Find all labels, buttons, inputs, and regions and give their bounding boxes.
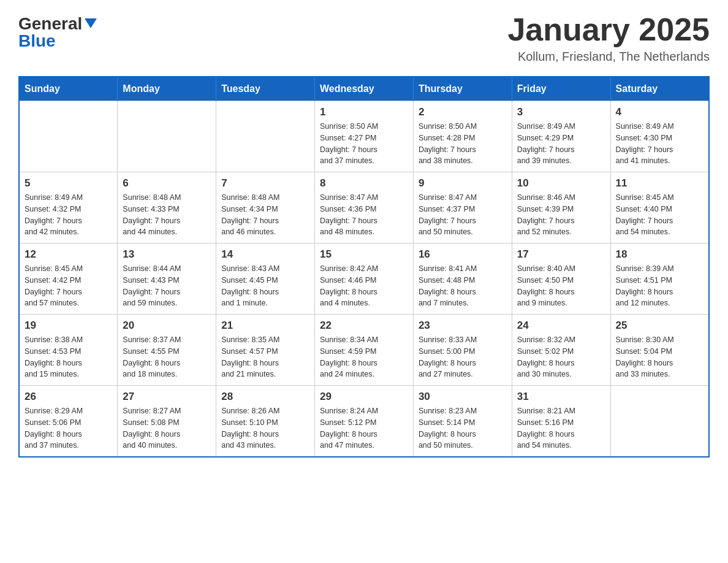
calendar-cell: 21Sunrise: 8:35 AMSunset: 4:57 PMDayligh… (216, 315, 315, 386)
day-info: Sunrise: 8:34 AMSunset: 4:59 PMDaylight:… (320, 334, 408, 380)
calendar-cell: 4Sunrise: 8:49 AMSunset: 4:30 PMDaylight… (610, 101, 709, 172)
weekday-header-thursday: Thursday (413, 77, 512, 101)
day-info: Sunrise: 8:41 AMSunset: 4:48 PMDaylight:… (419, 263, 507, 309)
day-info: Sunrise: 8:42 AMSunset: 4:46 PMDaylight:… (320, 263, 408, 309)
day-number: 22 (320, 320, 408, 332)
day-number: 26 (25, 391, 112, 403)
day-info: Sunrise: 8:35 AMSunset: 4:57 PMDaylight:… (221, 334, 309, 380)
week-row-2: 5Sunrise: 8:49 AMSunset: 4:32 PMDaylight… (19, 172, 709, 243)
calendar-cell: 16Sunrise: 8:41 AMSunset: 4:48 PMDayligh… (413, 243, 512, 315)
weekday-header-saturday: Saturday (610, 77, 709, 101)
calendar-cell: 5Sunrise: 8:49 AMSunset: 4:32 PMDaylight… (19, 172, 118, 243)
day-info: Sunrise: 8:44 AMSunset: 4:43 PMDaylight:… (123, 263, 211, 309)
calendar-cell (216, 101, 315, 172)
calendar-cell: 17Sunrise: 8:40 AMSunset: 4:50 PMDayligh… (512, 243, 610, 315)
day-info: Sunrise: 8:45 AMSunset: 4:42 PMDaylight:… (25, 263, 112, 309)
day-info: Sunrise: 8:38 AMSunset: 4:53 PMDaylight:… (25, 334, 112, 380)
day-info: Sunrise: 8:50 AMSunset: 4:27 PMDaylight:… (320, 121, 408, 167)
calendar-cell: 23Sunrise: 8:33 AMSunset: 5:00 PMDayligh… (413, 315, 512, 386)
day-info: Sunrise: 8:46 AMSunset: 4:39 PMDaylight:… (517, 192, 605, 238)
calendar-cell: 2Sunrise: 8:50 AMSunset: 4:28 PMDaylight… (413, 101, 512, 172)
calendar-cell: 7Sunrise: 8:48 AMSunset: 4:34 PMDaylight… (216, 172, 315, 243)
month-title: January 2025 (507, 12, 710, 47)
calendar-cell: 9Sunrise: 8:47 AMSunset: 4:37 PMDaylight… (413, 172, 512, 243)
day-number: 17 (517, 248, 605, 261)
day-info: Sunrise: 8:37 AMSunset: 4:55 PMDaylight:… (123, 334, 211, 380)
calendar-cell: 3Sunrise: 8:49 AMSunset: 4:29 PMDaylight… (512, 101, 610, 172)
day-number: 16 (419, 248, 507, 261)
day-number: 14 (221, 248, 309, 261)
day-number: 23 (419, 320, 507, 332)
calendar-cell: 15Sunrise: 8:42 AMSunset: 4:46 PMDayligh… (315, 243, 414, 315)
calendar-cell: 28Sunrise: 8:26 AMSunset: 5:10 PMDayligh… (216, 386, 315, 458)
logo: General Blue (18, 12, 97, 50)
logo-blue-text: Blue (18, 33, 56, 50)
day-number: 28 (221, 391, 309, 403)
calendar-cell: 10Sunrise: 8:46 AMSunset: 4:39 PMDayligh… (512, 172, 610, 243)
day-number: 15 (320, 248, 408, 261)
calendar-cell (118, 101, 216, 172)
day-number: 27 (123, 391, 211, 403)
calendar-cell: 20Sunrise: 8:37 AMSunset: 4:55 PMDayligh… (118, 315, 216, 386)
calendar-cell: 27Sunrise: 8:27 AMSunset: 5:08 PMDayligh… (118, 386, 216, 458)
calendar-cell: 18Sunrise: 8:39 AMSunset: 4:51 PMDayligh… (610, 243, 709, 315)
day-info: Sunrise: 8:49 AMSunset: 4:32 PMDaylight:… (25, 192, 112, 238)
calendar-cell (610, 386, 709, 458)
day-info: Sunrise: 8:33 AMSunset: 5:00 PMDaylight:… (419, 334, 507, 380)
logo-triangle-icon (85, 18, 97, 28)
day-info: Sunrise: 8:39 AMSunset: 4:51 PMDaylight:… (616, 263, 703, 309)
day-info: Sunrise: 8:29 AMSunset: 5:06 PMDaylight:… (25, 405, 112, 451)
title-area: January 2025 Kollum, Friesland, The Neth… (507, 12, 710, 64)
day-info: Sunrise: 8:45 AMSunset: 4:40 PMDaylight:… (616, 192, 703, 238)
calendar-cell: 1Sunrise: 8:50 AMSunset: 4:27 PMDaylight… (315, 101, 414, 172)
day-number: 4 (616, 106, 703, 118)
day-info: Sunrise: 8:32 AMSunset: 5:02 PMDaylight:… (517, 334, 605, 380)
calendar-cell: 22Sunrise: 8:34 AMSunset: 4:59 PMDayligh… (315, 315, 414, 386)
day-info: Sunrise: 8:49 AMSunset: 4:30 PMDaylight:… (616, 121, 703, 167)
day-info: Sunrise: 8:48 AMSunset: 4:33 PMDaylight:… (123, 192, 211, 238)
day-info: Sunrise: 8:47 AMSunset: 4:37 PMDaylight:… (419, 192, 507, 238)
location-text: Kollum, Friesland, The Netherlands (507, 50, 710, 64)
day-number: 19 (25, 320, 112, 332)
day-number: 12 (25, 248, 112, 261)
day-number: 5 (25, 177, 112, 190)
calendar-cell: 26Sunrise: 8:29 AMSunset: 5:06 PMDayligh… (19, 386, 118, 458)
day-number: 2 (419, 106, 507, 118)
calendar-cell: 11Sunrise: 8:45 AMSunset: 4:40 PMDayligh… (610, 172, 709, 243)
day-number: 1 (320, 106, 408, 118)
day-info: Sunrise: 8:49 AMSunset: 4:29 PMDaylight:… (517, 121, 605, 167)
calendar-cell: 25Sunrise: 8:30 AMSunset: 5:04 PMDayligh… (610, 315, 709, 386)
logo-general-text: General (18, 15, 82, 33)
day-number: 30 (419, 391, 507, 403)
week-row-3: 12Sunrise: 8:45 AMSunset: 4:42 PMDayligh… (19, 243, 709, 315)
day-info: Sunrise: 8:48 AMSunset: 4:34 PMDaylight:… (221, 192, 309, 238)
day-info: Sunrise: 8:23 AMSunset: 5:14 PMDaylight:… (419, 405, 507, 451)
day-number: 9 (419, 177, 507, 190)
calendar-cell: 19Sunrise: 8:38 AMSunset: 4:53 PMDayligh… (19, 315, 118, 386)
calendar-cell (19, 101, 118, 172)
day-number: 21 (221, 320, 309, 332)
week-row-1: 1Sunrise: 8:50 AMSunset: 4:27 PMDaylight… (19, 101, 709, 172)
calendar-cell: 31Sunrise: 8:21 AMSunset: 5:16 PMDayligh… (512, 386, 610, 458)
day-info: Sunrise: 8:50 AMSunset: 4:28 PMDaylight:… (419, 121, 507, 167)
day-number: 7 (221, 177, 309, 190)
calendar-cell: 14Sunrise: 8:43 AMSunset: 4:45 PMDayligh… (216, 243, 315, 315)
calendar-cell: 30Sunrise: 8:23 AMSunset: 5:14 PMDayligh… (413, 386, 512, 458)
day-number: 13 (123, 248, 211, 261)
weekday-header-row: SundayMondayTuesdayWednesdayThursdayFrid… (19, 77, 709, 101)
day-number: 10 (517, 177, 605, 190)
weekday-header-sunday: Sunday (19, 77, 118, 101)
day-number: 25 (616, 320, 703, 332)
day-number: 18 (616, 248, 703, 261)
calendar-cell: 8Sunrise: 8:47 AMSunset: 4:36 PMDaylight… (315, 172, 414, 243)
day-info: Sunrise: 8:43 AMSunset: 4:45 PMDaylight:… (221, 263, 309, 309)
day-number: 3 (517, 106, 605, 118)
calendar-table: SundayMondayTuesdayWednesdayThursdayFrid… (18, 76, 710, 458)
day-info: Sunrise: 8:40 AMSunset: 4:50 PMDaylight:… (517, 263, 605, 309)
calendar-cell: 29Sunrise: 8:24 AMSunset: 5:12 PMDayligh… (315, 386, 414, 458)
day-info: Sunrise: 8:27 AMSunset: 5:08 PMDaylight:… (123, 405, 211, 451)
day-number: 11 (616, 177, 703, 190)
day-info: Sunrise: 8:21 AMSunset: 5:16 PMDaylight:… (517, 405, 605, 451)
calendar-cell: 24Sunrise: 8:32 AMSunset: 5:02 PMDayligh… (512, 315, 610, 386)
weekday-header-monday: Monday (118, 77, 216, 101)
